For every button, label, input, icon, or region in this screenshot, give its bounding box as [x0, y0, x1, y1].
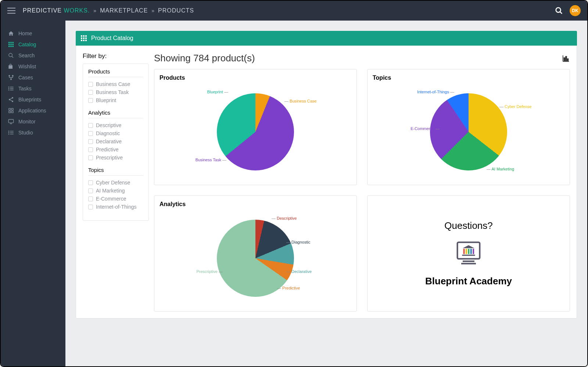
svg-rect-41 — [81, 37, 82, 39]
card-promo[interactable]: Questions? B — [367, 195, 570, 312]
pie-label: Business Task — — [196, 158, 226, 162]
svg-point-11 — [9, 53, 12, 57]
sidebar-item-label: Studio — [18, 130, 33, 136]
filter-option[interactable]: AI Marketing — [88, 187, 143, 195]
sidebar-item-label: Monitor — [18, 119, 36, 125]
filter-option-label: Diagnostic — [96, 130, 120, 136]
pie-label: — Business Case — [284, 99, 316, 103]
svg-rect-49 — [564, 58, 565, 61]
svg-point-21 — [8, 90, 9, 90]
sidebar-item-label: Search — [18, 53, 35, 58]
pie-chart — [217, 93, 294, 170]
sidebar-item-label: Home — [18, 30, 32, 36]
brand: PREDICTIVE WORKS. — [23, 7, 90, 14]
breadcrumb-products[interactable]: PRODUCTS — [158, 7, 194, 14]
svg-point-22 — [12, 97, 13, 98]
svg-rect-58 — [468, 249, 469, 254]
breadcrumb-marketplace[interactable]: MARKETPLACE — [100, 7, 148, 14]
checkbox-icon — [88, 188, 93, 193]
panel-header: Product Catalog — [76, 31, 577, 46]
result-count: Showing 784 product(s) — [154, 53, 255, 64]
sidebar-item-label: Tasks — [18, 86, 32, 91]
svg-point-15 — [10, 79, 12, 80]
grid-icon — [81, 35, 87, 41]
svg-rect-10 — [12, 46, 14, 47]
svg-point-20 — [8, 88, 9, 89]
pie-label: Prescriptive — — [196, 269, 223, 274]
filter-option-label: AI Marketing — [96, 188, 125, 194]
filter-option-label: Business Task — [96, 89, 129, 95]
monitor-icon — [8, 119, 14, 125]
filter-option[interactable]: Declarative — [88, 137, 143, 145]
pie-label: Internet-of-Things — — [417, 90, 454, 94]
panel-title: Product Catalog — [91, 35, 133, 42]
sidebar-item-studio[interactable]: Studio — [1, 127, 65, 138]
svg-rect-39 — [83, 35, 85, 37]
svg-rect-5 — [8, 44, 10, 45]
pie-chart — [217, 220, 294, 297]
filter-option[interactable]: Prescriptive — [88, 154, 143, 162]
svg-rect-9 — [10, 46, 12, 47]
sidebar-item-monitor[interactable]: Monitor — [1, 116, 65, 127]
svg-rect-7 — [12, 44, 14, 45]
sidebar-item-label: Applications — [18, 108, 46, 114]
bar-chart-icon[interactable] — [562, 54, 570, 62]
filter-option[interactable]: E-Commerce — [88, 195, 143, 203]
card-products: Products — Business CaseBusiness Task —B… — [154, 69, 357, 185]
sidebar-item-tasks[interactable]: Tasks — [1, 83, 65, 94]
academy-icon — [454, 239, 483, 268]
pie-label: — Declarative — [286, 269, 312, 274]
checkbox-icon — [88, 197, 93, 201]
sidebar-item-cases[interactable]: Cases — [1, 72, 65, 83]
sidebar-item-search[interactable]: Search — [1, 50, 65, 61]
checkbox-icon — [88, 123, 93, 128]
sidebar: HomeCatalogSearchWishlistCasesTasksBluep… — [1, 21, 65, 366]
promo-question: Questions? — [444, 220, 493, 231]
filter-option[interactable]: Predictive — [88, 145, 143, 154]
svg-rect-29 — [8, 119, 13, 123]
pie-label: — Cyber Defense — [499, 104, 531, 109]
filter-option-label: E-Commerce — [96, 196, 126, 202]
svg-point-14 — [12, 75, 14, 76]
card-title: Analytics — [159, 201, 351, 208]
filter-option[interactable]: Diagnostic — [88, 129, 143, 137]
checkbox-icon — [88, 147, 93, 152]
svg-rect-27 — [9, 111, 11, 113]
svg-rect-25 — [9, 108, 11, 110]
filter-option[interactable]: Cyber Defense — [88, 179, 143, 187]
svg-rect-60 — [473, 249, 474, 254]
filter-option[interactable]: Internet-of-Things — [88, 203, 143, 211]
sidebar-item-label: Blueprints — [18, 97, 41, 102]
avatar[interactable]: DK — [570, 5, 581, 16]
filter-option-label: Cyber Defense — [96, 180, 130, 186]
filter-option-label: Descriptive — [96, 122, 121, 128]
list-icon — [8, 130, 14, 136]
promo-name: Blueprint Academy — [425, 276, 512, 287]
pie-label: — Diagnostic — [286, 240, 310, 244]
filter-option[interactable]: Blueprint — [88, 96, 143, 104]
svg-rect-56 — [463, 249, 465, 254]
svg-rect-26 — [11, 108, 13, 110]
sidebar-item-applications[interactable]: Applications — [1, 105, 65, 116]
filter-option[interactable]: Descriptive — [88, 121, 143, 129]
card-title: Topics — [373, 75, 564, 81]
search-icon[interactable] — [555, 7, 563, 15]
filter-option[interactable]: Business Case — [88, 80, 143, 88]
sidebar-item-blueprints[interactable]: Blueprints — [1, 94, 65, 105]
sidebar-item-label: Cases — [18, 75, 33, 80]
apps-icon — [8, 108, 14, 114]
svg-point-37 — [8, 134, 9, 134]
sidebar-item-wishlist[interactable]: Wishlist — [1, 61, 65, 72]
grid-icon — [8, 42, 14, 47]
filter-option[interactable]: Business Task — [88, 88, 143, 96]
checkbox-icon — [88, 82, 93, 87]
list-icon — [8, 86, 14, 91]
sidebar-item-catalog[interactable]: Catalog — [1, 39, 65, 50]
checkbox-icon — [88, 205, 93, 209]
menu-toggle-icon[interactable] — [7, 8, 15, 14]
svg-rect-53 — [463, 260, 474, 262]
checkbox-icon — [88, 131, 93, 136]
filter-option-label: Business Case — [96, 81, 130, 87]
checkbox-icon — [88, 180, 93, 185]
sidebar-item-home[interactable]: Home — [1, 28, 65, 39]
